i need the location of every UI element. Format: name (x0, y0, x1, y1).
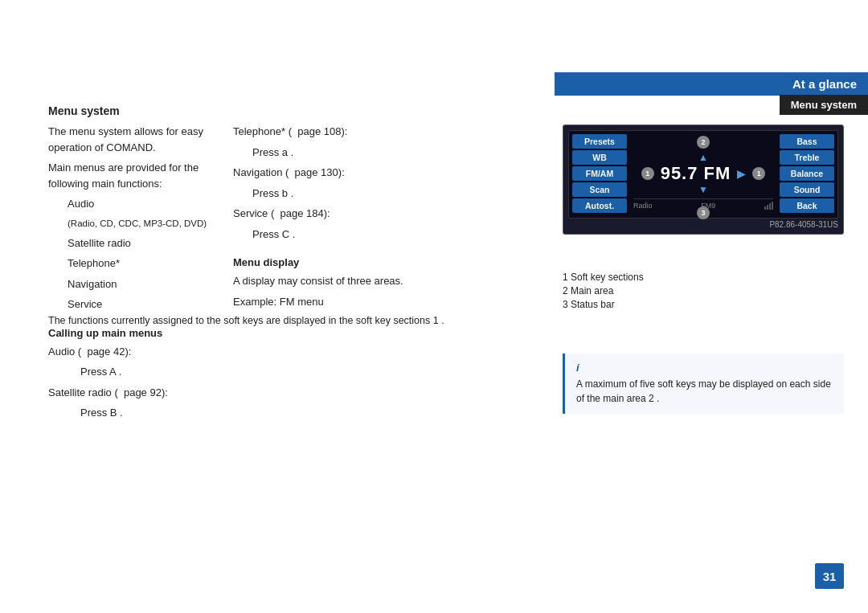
para2: Main menus are provided for the followin… (48, 160, 209, 191)
signal-bars (764, 202, 773, 210)
circle-1-left: 1 (641, 167, 654, 180)
radio-diagram: Presets WB FM/AM Scan Autost. 2 ▲ 1 95.7… (563, 125, 844, 235)
menu-display-p2: Example: FM menu (233, 294, 450, 310)
press-a2: Press a . (252, 145, 450, 161)
circle-2: 2 (697, 136, 710, 149)
press-b: Press B . (80, 405, 209, 421)
item-audio-sub: (Radio, CD, CDC, MP3-CD, DVD) (68, 217, 209, 231)
softkey-autost[interactable]: Autost. (572, 198, 627, 213)
softkey-treble[interactable]: Treble (780, 150, 834, 165)
service-ref: Service ( page 184): (233, 206, 450, 222)
satellite-ref: Satellite radio ( page 92): (48, 385, 209, 401)
col-right: Telephone* ( page 108): Press a . Naviga… (233, 124, 450, 426)
arrow-right-icon: ▶ (737, 167, 746, 180)
press-c-indent: Press C . (233, 227, 450, 243)
softkeys-left: Presets WB FM/AM Scan Autost. (572, 134, 627, 215)
item-satellite: Satellite radio (68, 235, 209, 251)
info-icon: i (576, 362, 836, 374)
telephone-ref: Telephone* ( page 108): (233, 124, 450, 140)
softkey-scan[interactable]: Scan (572, 182, 627, 197)
main-display: 2 ▲ 1 95.7 FM ▶ 1 ▼ Radio 3 (627, 134, 780, 215)
menu-system-title: Menu system (48, 104, 450, 117)
radio-inner: Presets WB FM/AM Scan Autost. 2 ▲ 1 95.7… (568, 130, 838, 219)
arrow-down-icon: ▼ (698, 184, 708, 195)
status-bar: Radio 3 FM9 (633, 198, 773, 211)
softkeys-right: Bass Treble Balance Sound Back (780, 134, 834, 215)
press-b-indent: Press B . (48, 405, 209, 421)
item-telephone: Telephone* (68, 255, 209, 272)
item-service: Service (68, 296, 209, 313)
press-a-indent: Press A . (48, 364, 209, 380)
desc-block: The functions currently assigned to the … (48, 313, 450, 333)
menu-display-p1: A display may consist of three areas. (233, 273, 450, 289)
legend-item-2: 2 Main area (563, 285, 844, 296)
circle-3: 3 (697, 206, 710, 219)
menu-display-title: Menu display (233, 256, 450, 268)
freq-display: 1 95.7 FM ▶ 1 (633, 163, 773, 184)
col-left: The menu system allows for easy operatio… (48, 124, 209, 426)
softkey-balance[interactable]: Balance (780, 166, 834, 181)
softkey-fmam[interactable]: FM/AM (572, 166, 627, 181)
softkey-wb[interactable]: WB (572, 150, 627, 165)
status-radio: Radio (633, 202, 653, 210)
at-a-glance-header: At a glance (555, 72, 868, 96)
legend-item-1: 1 Soft key sections (563, 272, 844, 283)
arrow-up-icon: ▲ (698, 152, 708, 163)
softkey-sound[interactable]: Sound (780, 182, 834, 197)
menu-items: Audio (Radio, CD, CDC, MP3-CD, DVD) Sate… (48, 196, 209, 313)
desc-text: The functions currently assigned to the … (48, 313, 450, 329)
legend: 1 Soft key sections 2 Main area 3 Status… (563, 272, 844, 313)
circle-1-right: 1 (752, 167, 765, 180)
diagram-ref: P82.86-4058-31US (568, 220, 838, 229)
audio-ref: Audio ( page 42): (48, 344, 209, 360)
two-col-layout: The menu system allows for easy operatio… (48, 124, 450, 426)
legend-item-3: 3 Status bar (563, 299, 844, 310)
para1: The menu system allows for easy operatio… (48, 124, 209, 155)
menu-system-tab: Menu system (780, 95, 868, 115)
info-text: A maximum of five soft keys may be displ… (576, 377, 836, 406)
left-content: Menu system The menu system allows for e… (48, 104, 450, 426)
softkey-presets[interactable]: Presets (572, 134, 627, 149)
page-number: 31 (815, 563, 844, 589)
item-navigation: Navigation (68, 276, 209, 292)
softkey-back[interactable]: Back (780, 198, 834, 213)
press-b2: Press b . (252, 186, 450, 202)
softkey-bass[interactable]: Bass (780, 134, 834, 149)
press-c: Press C . (252, 227, 450, 243)
frequency-display: 95.7 FM (661, 163, 731, 184)
press-b2-indent: Press b . (233, 186, 450, 202)
press-a: Press A . (80, 364, 209, 380)
navigation-ref: Navigation ( page 130): (233, 165, 450, 181)
item-audio: Audio (68, 196, 209, 212)
press-a2-indent: Press a . (233, 145, 450, 161)
softkeys-container: Presets WB FM/AM Scan Autost. 2 ▲ 1 95.7… (572, 134, 834, 215)
info-box: i A maximum of five soft keys may be dis… (563, 353, 844, 414)
